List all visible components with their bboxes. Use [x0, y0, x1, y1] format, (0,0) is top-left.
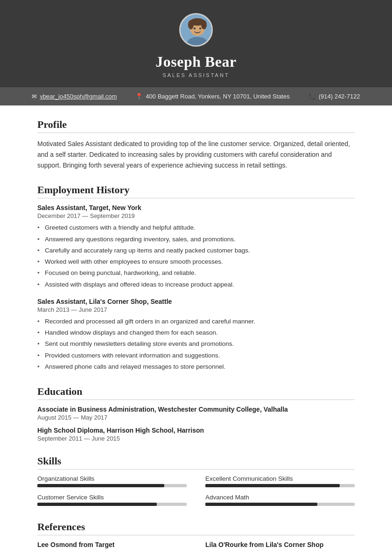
list-item: Provided customers with relevant informa… — [37, 350, 355, 361]
job-2-bullets: Recorded and processed all gift orders i… — [37, 316, 355, 372]
references-grid: Lee Osmond from Target Lila O'Rourke fro… — [37, 541, 355, 548]
education-title: Education — [37, 386, 355, 400]
job-1-title: Sales Assistant, Target, New York — [37, 204, 355, 211]
list-item: Worked well with other employees to ensu… — [37, 256, 355, 267]
skill-label-0: Organizational Skills — [37, 475, 187, 482]
skill-bar-bg-1 — [205, 484, 355, 487]
email-link[interactable]: vbear_jo450sph@gmail.com — [40, 93, 117, 100]
list-item: Answered any questions regarding invento… — [37, 234, 355, 245]
skill-item-1: Excellent Communication Skills — [205, 475, 355, 487]
job-1-date: December 2017 — September 2019 — [37, 212, 355, 219]
list-item: Answered phone calls and relayed message… — [37, 361, 355, 372]
skill-label-1: Excellent Communication Skills — [205, 475, 355, 482]
location-icon: 📍 — [135, 93, 143, 100]
list-item: Sent out monthly newsletters detailing s… — [37, 338, 355, 350]
contact-bar: ✉ vbear_jo450sph@gmail.com 📍 400 Baggett… — [0, 87, 392, 105]
svg-point-6 — [194, 28, 196, 29]
resume-header: Joseph Bear SALES ASSISTANT — [0, 0, 392, 87]
email-icon: ✉ — [32, 93, 37, 100]
skill-label-2: Customer Service Skills — [37, 494, 187, 501]
skill-bar-fill-1 — [205, 484, 340, 487]
list-item: Greeted customers with a friendly and he… — [37, 222, 355, 233]
profile-section: Profile Motivated Sales Assistant dedica… — [37, 119, 355, 171]
job-2-title: Sales Assistant, Lila's Corner Shop, Sea… — [37, 298, 355, 305]
skill-bar-fill-0 — [37, 484, 164, 487]
job-1-bullets: Greeted customers with a friendly and he… — [37, 222, 355, 290]
avatar-wrapper — [9, 13, 383, 49]
skill-item-3: Advanced Math — [205, 494, 355, 506]
skill-bar-bg-2 — [37, 503, 187, 506]
list-item: Handled window displays and changed them… — [37, 327, 355, 338]
skills-section: Skills Organizational Skills Excellent C… — [37, 455, 355, 508]
profile-title: Profile — [37, 119, 355, 133]
resume-name: Joseph Bear — [9, 53, 383, 70]
employment-title: Employment History — [37, 184, 355, 198]
skill-label-3: Advanced Math — [205, 494, 355, 501]
svg-point-4 — [188, 20, 194, 29]
list-item: Recorded and processed all gift orders i… — [37, 316, 355, 327]
phone-icon: 📞 — [308, 93, 316, 100]
list-item: Carefully and accurately rang up items a… — [37, 245, 355, 256]
edu-1-date: August 2015 — May 2017 — [37, 414, 355, 421]
main-content: Profile Motivated Sales Assistant dedica… — [0, 105, 392, 554]
references-title: References — [37, 521, 355, 535]
profile-text: Motivated Sales Assistant dedicated to p… — [37, 139, 355, 171]
ref-1-name: Lila O'Rourke from Lila's Corner Shop — [205, 541, 355, 548]
address-text: 400 Baggett Road, Yonkers, NY 10701, Uni… — [146, 93, 289, 100]
skill-item-2: Customer Service Skills — [37, 494, 187, 506]
list-item: Assisted with displays and offered ideas… — [37, 279, 355, 290]
education-section: Education Associate in Business Administ… — [37, 386, 355, 442]
contact-phone: 📞 (914) 242-7122 — [308, 93, 360, 100]
contact-email: ✉ vbear_jo450sph@gmail.com — [32, 93, 117, 100]
skills-grid: Organizational Skills Excellent Communic… — [37, 475, 355, 508]
edu-2-date: September 2011 — June 2015 — [37, 435, 355, 442]
svg-point-7 — [199, 28, 201, 29]
edu-1-title: Associate in Business Administration, We… — [37, 406, 355, 413]
phone-text: (914) 242-7122 — [319, 93, 360, 100]
avatar — [179, 13, 213, 47]
ref-0-name: Lee Osmond from Target — [37, 541, 187, 548]
skill-bar-fill-3 — [205, 503, 317, 506]
skill-bar-bg-0 — [37, 484, 187, 487]
skills-title: Skills — [37, 455, 355, 470]
skill-bar-fill-2 — [37, 503, 157, 506]
skill-bar-bg-3 — [205, 503, 355, 506]
skill-item-0: Organizational Skills — [37, 475, 187, 487]
list-item: Focused on being punctual, hardworking, … — [37, 267, 355, 279]
resume-subtitle: SALES ASSISTANT — [9, 72, 383, 78]
references-section: References Lee Osmond from Target Lila O… — [37, 521, 355, 548]
job-2-date: March 2013 — June 2017 — [37, 306, 355, 313]
edu-2-title: High School Diploma, Harrison High Schoo… — [37, 427, 355, 434]
employment-section: Employment History Sales Assistant, Targ… — [37, 184, 355, 372]
contact-address: 📍 400 Baggett Road, Yonkers, NY 10701, U… — [135, 93, 289, 100]
svg-point-5 — [201, 20, 207, 29]
